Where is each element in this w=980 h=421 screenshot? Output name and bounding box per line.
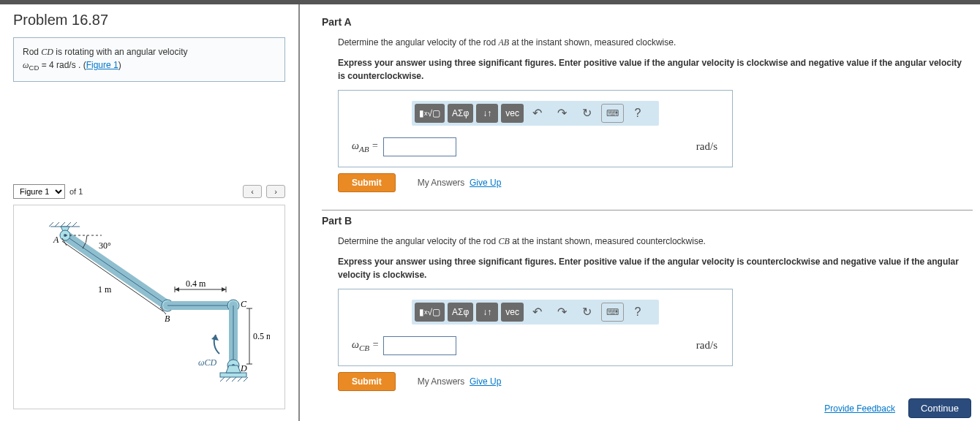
figure-select[interactable]: Figure 1 xyxy=(13,184,65,199)
svg-marker-36 xyxy=(222,287,226,292)
part-a-hint: Express your answer using three signific… xyxy=(338,56,967,83)
figure-prev-button[interactable]: ‹ xyxy=(243,185,262,198)
tool-redo-b[interactable]: ↷ xyxy=(551,303,573,322)
part-b-rod: CB xyxy=(498,236,509,246)
svg-line-5 xyxy=(72,222,77,227)
tool-arrows-b[interactable]: ↓↑ xyxy=(476,303,498,322)
part-a-prompt-post: at the instant shown, measured clockwise… xyxy=(509,37,676,48)
part-b-submit-button[interactable]: Submit xyxy=(338,372,396,391)
my-answers-a: My Answers xyxy=(418,178,465,188)
tool-greek[interactable]: ΑΣφ xyxy=(448,104,473,123)
figure-link[interactable]: Figure 1 xyxy=(86,60,118,70)
tool-fraction-b[interactable]: ▮x√▢ xyxy=(415,303,445,322)
part-a-prompt: Determine the angular velocity of the ro… xyxy=(338,37,973,49)
part-a-answer-box: ▮x√▢ ΑΣφ ↓↑ vec ↶ ↷ ↻ ⌨ ? ωAB = rad/s xyxy=(338,90,733,167)
problem-title: Problem 16.87 xyxy=(13,12,285,29)
part-b-prompt-pre: Determine the angular velocity of the ro… xyxy=(338,236,498,246)
svg-line-26 xyxy=(238,377,242,382)
point-d: D xyxy=(240,363,247,373)
svg-line-1 xyxy=(49,222,53,227)
continue-button[interactable]: Continue xyxy=(908,398,971,418)
part-b-input[interactable] xyxy=(383,336,456,355)
figure-container: 30° 1 m 0.4 m 0.5 m A B C D xyxy=(13,205,285,409)
intro-text-end: ) xyxy=(118,60,121,70)
give-up-b[interactable]: Give Up xyxy=(470,376,501,387)
left-panel: Problem 16.87 Rod CD is rotating with an… xyxy=(0,4,300,421)
tool-help[interactable]: ? xyxy=(627,104,649,123)
svg-line-23 xyxy=(220,377,225,382)
figure-next-button[interactable]: › xyxy=(266,185,285,198)
divider xyxy=(322,210,973,210)
part-b-var: ωCB = xyxy=(352,339,379,352)
tool-reset[interactable]: ↻ xyxy=(576,104,598,123)
omega-eq: = 4 rad/s . ( xyxy=(39,60,86,70)
len3-label: 0.5 m xyxy=(253,331,270,341)
part-b-actions: Submit My Answers Give Up xyxy=(338,372,973,391)
right-panel: Part A Determine the angular velocity of… xyxy=(300,4,980,421)
provide-feedback-link[interactable]: Provide Feedback xyxy=(824,403,895,414)
tool-undo-b[interactable]: ↶ xyxy=(527,303,549,322)
svg-marker-22 xyxy=(226,365,241,373)
part-a-header: Part A xyxy=(322,16,973,28)
tool-reset-b[interactable]: ↻ xyxy=(576,303,598,322)
tool-fraction[interactable]: ▮x√▢ xyxy=(415,104,445,123)
rod-cd: CD xyxy=(41,47,53,57)
part-b-answer-box: ▮x√▢ ΑΣφ ↓↑ vec ↶ ↷ ↻ ⌨ ? ωCB = rad/s xyxy=(338,289,733,366)
toolbar-a: ▮x√▢ ΑΣφ ↓↑ vec ↶ ↷ ↻ ⌨ ? xyxy=(412,101,659,126)
len2-label: 0.4 m xyxy=(186,278,206,289)
part-a-unit: rad/s xyxy=(696,140,717,153)
problem-intro: Rod CD is rotating with an angular veloc… xyxy=(13,37,285,82)
tool-undo[interactable]: ↶ xyxy=(527,104,549,123)
tool-vec-b[interactable]: vec xyxy=(501,303,524,322)
tool-vec[interactable]: vec xyxy=(501,104,524,123)
point-a: A xyxy=(53,235,59,245)
angle-label: 30° xyxy=(99,240,111,251)
svg-line-25 xyxy=(232,377,236,382)
tool-redo[interactable]: ↷ xyxy=(551,104,573,123)
svg-marker-40 xyxy=(211,335,219,341)
tool-keyboard[interactable]: ⌨ xyxy=(601,104,624,123)
part-b-header: Part B xyxy=(322,215,973,227)
svg-line-4 xyxy=(67,222,71,227)
my-answers-b: My Answers xyxy=(418,376,465,387)
part-b-hint: Express your answer using three signific… xyxy=(338,255,967,281)
len1-label: 1 m xyxy=(98,284,112,295)
give-up-a[interactable]: Give Up xyxy=(470,178,501,188)
svg-line-27 xyxy=(244,377,248,382)
point-b: B xyxy=(165,314,170,324)
part-a-actions: Submit My Answers Give Up xyxy=(338,173,973,192)
omega-cd-label: ωCD xyxy=(198,357,216,368)
intro-text-mid: is rotating with an angular velocity xyxy=(53,47,187,57)
part-b-prompt: Determine the angular velocity of the ro… xyxy=(338,235,973,248)
figure-of: of 1 xyxy=(69,187,83,196)
part-b-prompt-post: at the instant shown, measured countercl… xyxy=(510,236,706,246)
svg-marker-35 xyxy=(175,287,179,292)
svg-line-2 xyxy=(55,222,59,227)
tool-arrows[interactable]: ↓↑ xyxy=(476,104,498,123)
tool-help-b[interactable]: ? xyxy=(627,303,649,322)
svg-line-3 xyxy=(61,222,65,227)
svg-line-29 xyxy=(62,241,163,311)
figure-svg: 30° 1 m 0.4 m 0.5 m A B C D xyxy=(29,219,270,395)
tool-keyboard-b[interactable]: ⌨ xyxy=(601,303,624,322)
footer: Provide Feedback Continue xyxy=(824,398,971,418)
point-c: C xyxy=(241,299,247,309)
part-a-rod: AB xyxy=(498,37,509,48)
omega-sub: CD xyxy=(29,64,39,72)
part-a-submit-button[interactable]: Submit xyxy=(338,173,396,192)
svg-line-24 xyxy=(226,377,230,382)
part-b-unit: rad/s xyxy=(696,339,717,352)
figure-bar: Figure 1 of 1 ‹ › xyxy=(13,184,285,199)
part-a-input[interactable] xyxy=(383,137,456,156)
intro-text: Rod xyxy=(23,47,41,57)
part-a-prompt-pre: Determine the angular velocity of the ro… xyxy=(338,37,498,48)
tool-greek-b[interactable]: ΑΣφ xyxy=(448,303,473,322)
toolbar-b: ▮x√▢ ΑΣφ ↓↑ vec ↶ ↷ ↻ ⌨ ? xyxy=(412,300,659,325)
svg-line-8 xyxy=(65,235,167,306)
part-a-var: ωAB = xyxy=(352,140,379,153)
